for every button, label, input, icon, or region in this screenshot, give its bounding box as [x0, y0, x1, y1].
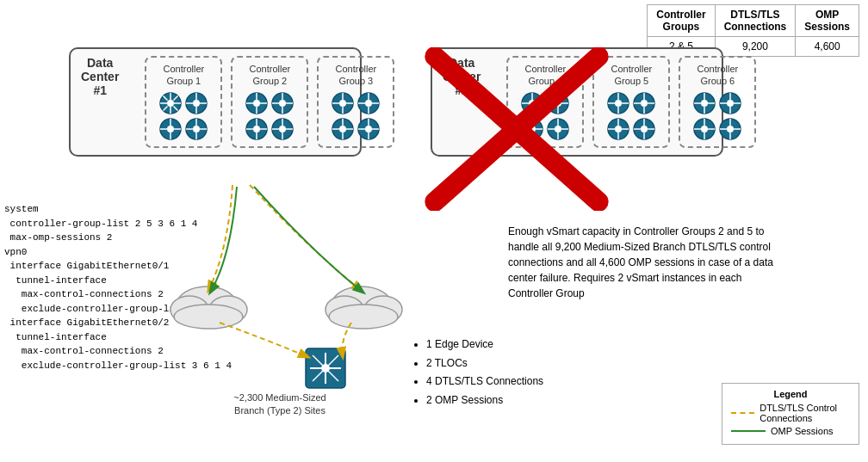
legend-omp-label: OMP Sessions	[771, 426, 834, 436]
col-header-controller-groups: ControllerGroups	[648, 5, 715, 37]
svg-line-162	[313, 355, 338, 381]
svg-point-157	[329, 305, 398, 329]
svg-point-125	[701, 100, 708, 107]
svg-point-47	[279, 126, 286, 132]
svg-point-53	[339, 100, 346, 107]
cg1: ControllerGroup 1	[145, 56, 222, 148]
cg2: ControllerGroup 2	[231, 56, 308, 148]
svg-point-131	[727, 100, 734, 107]
config-code: system controller-group-list 2 5 3 6 1 4…	[4, 202, 232, 373]
datacenter-2: Data Center #2 ControllerGroup 4 Control…	[431, 47, 723, 157]
cg5: ControllerGroup 5	[592, 56, 670, 148]
svg-line-161	[313, 355, 338, 381]
svg-point-137	[701, 126, 708, 132]
cg6-label: ControllerGroup 6	[687, 63, 747, 88]
svg-point-35	[279, 100, 286, 107]
cg2-icons	[239, 91, 300, 141]
svg-point-29	[253, 100, 260, 107]
datacenter-1: Data Center #1 ControllerGroup 1 Control…	[69, 47, 362, 157]
svg-point-41	[253, 126, 260, 132]
svg-point-113	[615, 126, 622, 132]
svg-point-95	[555, 126, 561, 132]
bullet-tlocs: 2 TLOCs	[426, 354, 543, 373]
branch-label: ~2,300 Medium-Sized Branch (Type 2) Site…	[224, 391, 336, 418]
cg5-icons	[601, 91, 661, 141]
svg-point-154	[332, 286, 392, 324]
branch-router-icon	[306, 348, 345, 388]
svg-point-23	[193, 126, 200, 132]
svg-point-77	[529, 100, 536, 107]
svg-point-11	[193, 100, 200, 107]
dc1-groups: ControllerGroup 1 ControllerGroup 2 Cont…	[145, 56, 394, 148]
description-text: Enough vSmart capacity in Controller Gro…	[508, 224, 775, 301]
svg-point-1	[167, 100, 174, 107]
cg4-label: ControllerGroup 4	[515, 63, 575, 88]
svg-point-119	[641, 126, 648, 132]
svg-rect-158	[306, 348, 345, 388]
svg-point-107	[641, 100, 648, 107]
cg3-icons	[326, 91, 386, 141]
branch-specs: 1 Edge Device 2 TLOCs 4 DTLS/TLS Connect…	[426, 336, 543, 410]
cg1-icons	[153, 91, 214, 141]
svg-point-83	[555, 100, 561, 107]
cg3-label: ControllerGroup 3	[326, 63, 386, 88]
cg4-icons	[515, 91, 575, 141]
svg-point-143	[727, 126, 734, 132]
svg-point-101	[615, 100, 622, 107]
cloud-right-icon	[326, 286, 402, 329]
legend-dtls-line	[731, 412, 754, 414]
svg-point-71	[365, 126, 372, 132]
cg2-label: ControllerGroup 2	[239, 63, 300, 88]
dc2-title: Data Center #2	[443, 56, 480, 141]
svg-point-163	[321, 364, 330, 373]
svg-point-65	[339, 126, 346, 132]
cg3: ControllerGroup 3	[317, 56, 394, 148]
cg6-icons	[687, 91, 747, 141]
legend-dtls-label: DTLS/TLS Control Connections	[760, 403, 850, 423]
bullet-omp: 2 OMP Sessions	[426, 391, 543, 410]
cg4: ControllerGroup 4	[506, 56, 584, 148]
cg6: ControllerGroup 6	[679, 56, 756, 148]
bullet-dtls: 4 DTLS/TLS Connections	[426, 373, 543, 391]
svg-point-155	[326, 296, 363, 323]
legend-omp-item: OMP Sessions	[731, 426, 850, 436]
legend-omp-line	[731, 430, 766, 432]
bullet-edge-device: 1 Edge Device	[426, 336, 543, 354]
svg-point-156	[364, 296, 402, 323]
legend-box: Legend DTLS/TLS Control Connections OMP …	[722, 383, 859, 445]
dc2-groups: ControllerGroup 4 ControllerGroup 5 Cont…	[506, 56, 756, 148]
cg5-label: ControllerGroup 5	[601, 63, 661, 88]
col-header-omp: OMPSessions	[796, 5, 859, 37]
svg-point-59	[365, 100, 372, 107]
table-cell-omp: 4,600	[796, 37, 859, 57]
legend-title: Legend	[731, 389, 850, 399]
dc1-title: Data Center #1	[81, 56, 119, 141]
col-header-dtls: DTLS/TLSConnections	[715, 5, 796, 37]
legend-dtls-item: DTLS/TLS Control Connections	[731, 403, 850, 423]
table-cell-dtls: 9,200	[715, 37, 796, 57]
svg-point-17	[167, 126, 174, 132]
svg-point-89	[529, 126, 536, 132]
cg1-label: ControllerGroup 1	[153, 63, 214, 88]
